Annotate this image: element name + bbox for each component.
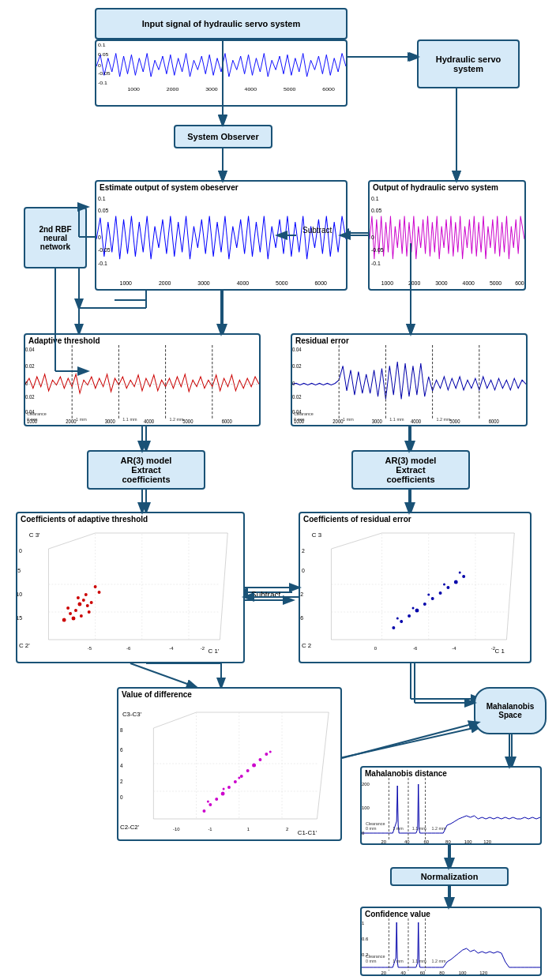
svg-text:-4: -4 [169,646,174,651]
output-hydraulic-chart: Output of hydraulic servo system 0.1 0.0… [368,180,526,291]
svg-point-163 [459,572,461,574]
svg-point-120 [72,617,76,621]
svg-text:1 mm: 1 mm [393,959,404,963]
svg-text:60: 60 [424,839,430,844]
svg-point-118 [85,593,88,596]
svg-text:0.1: 0.1 [98,42,106,47]
svg-point-162 [443,584,445,586]
svg-text:100: 100 [362,805,370,810]
svg-text:0: 0 [98,234,101,241]
svg-text:2000: 2000 [167,87,179,92]
svg-text:-10: -10 [17,591,22,597]
svg-text:6: 6 [120,747,123,753]
svg-text:0.04: 0.04 [292,347,302,352]
svg-point-115 [74,609,77,612]
svg-text:20: 20 [381,839,387,844]
svg-text:6000: 6000 [489,419,500,424]
svg-text:5000: 5000 [276,279,287,286]
svg-text:4000: 4000 [245,87,257,92]
svg-text:60: 60 [420,971,426,975]
svg-text:200: 200 [362,782,370,787]
mahalanobis-distance-title: Mahalanobis distance [362,768,540,778]
svg-text:0 mm: 0 mm [366,959,377,963]
svg-point-186 [208,803,212,806]
svg-point-124 [66,606,70,610]
svg-text:-6: -6 [413,646,418,651]
svg-text:C 2: C 2 [302,642,312,649]
subtract-label-1: Subtract [302,226,332,235]
svg-text:20: 20 [381,971,387,975]
svg-text:-5: -5 [17,568,21,573]
svg-text:-0.1: -0.1 [98,259,107,266]
svg-text:1.2 mm: 1.2 mm [437,417,451,422]
svg-text:-0.05: -0.05 [371,246,384,253]
system-observer-box: System Observer [174,125,272,148]
svg-text:-0.02: -0.02 [25,394,35,400]
svg-point-113 [77,603,81,606]
svg-point-119 [80,614,83,618]
svg-text:1.1 mm: 1.1 mm [412,959,426,963]
svg-point-156 [446,586,449,589]
svg-text:C 3': C 3' [29,531,40,539]
svg-point-159 [396,618,399,620]
svg-text:5000: 5000 [182,419,193,424]
svg-point-197 [223,788,225,790]
svg-text:1.2 mm: 1.2 mm [170,417,184,422]
svg-text:-2: -2 [201,646,205,651]
svg-text:100: 100 [464,839,473,844]
svg-text:0.05: 0.05 [98,51,109,57]
svg-text:1.1 mm: 1.1 mm [122,417,137,422]
svg-line-143 [506,533,514,640]
svg-point-151 [408,614,411,618]
svg-line-105 [48,533,95,549]
svg-point-158 [462,575,465,578]
svg-text:8: 8 [120,727,123,733]
coeff-adaptive-title: Coefficients of adaptive threshold [17,513,243,525]
svg-text:4000: 4000 [144,419,155,424]
svg-text:40: 40 [400,971,406,975]
svg-text:2000: 2000 [332,419,344,424]
svg-text:3000: 3000 [105,419,116,424]
svg-point-196 [207,801,209,803]
svg-text:-15: -15 [17,615,22,621]
svg-text:-6: -6 [126,646,131,651]
svg-text:1000: 1000 [120,279,132,286]
svg-text:4000: 4000 [463,279,475,286]
svg-text:1.1 mm: 1.1 mm [412,826,426,831]
mahalanobis-space-box: Mahalanobis Space [474,687,547,734]
estimate-output-title: Estimate output of system obeserver [96,182,346,192]
svg-text:0.02: 0.02 [292,363,302,369]
input-signal-box: Input signal of hydraulic servo system [95,8,348,39]
svg-text:-4: -4 [452,646,456,651]
svg-point-191 [240,775,243,778]
svg-text:4: 4 [120,763,123,768]
svg-line-107 [220,533,227,640]
svg-point-194 [258,758,261,761]
svg-text:1.1 mm: 1.1 mm [389,417,404,422]
value-difference-title: Value of difference [118,689,340,700]
svg-text:Clearance: Clearance [27,411,47,416]
svg-text:0: 0 [302,568,305,573]
svg-text:1: 1 [247,827,250,832]
svg-text:40: 40 [404,839,410,844]
confidence-value-title: Confidence value [362,908,540,918]
svg-point-198 [238,777,240,779]
svg-text:6000: 6000 [515,279,524,286]
ar3-right-box: AR(3) model Extract coefficients [351,450,470,490]
svg-text:6000: 6000 [222,419,233,424]
svg-text:C 2': C 2' [19,642,30,649]
svg-text:80: 80 [439,971,445,975]
residual-error-title: Residual error [292,335,526,345]
svg-point-157 [454,580,458,584]
svg-text:5000: 5000 [449,419,460,424]
svg-line-266 [130,663,196,687]
hydraulic-servo-box: Hydraulic servo system [417,39,520,88]
residual-error-chart: Residual error 0.04 0.02 0 -0.02 -0.04 1… [291,333,528,426]
svg-text:0: 0 [25,380,28,385]
output-hydraulic-title: Output of hydraulic servo system [370,182,524,192]
svg-point-152 [415,609,419,613]
svg-text:0.1: 0.1 [371,195,379,202]
coeff-adaptive-chart: Coefficients of adaptive threshold [16,512,245,663]
svg-text:3000: 3000 [197,279,209,286]
svg-text:0: 0 [120,794,123,800]
